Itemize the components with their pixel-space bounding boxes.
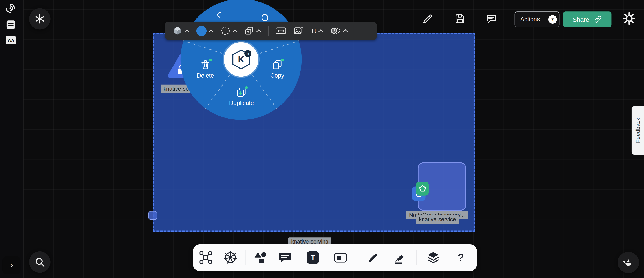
n-badge: n [244,50,252,57]
link-icon [594,15,602,23]
asterisk-icon [35,14,45,24]
share-label: Share [573,16,589,23]
divider [356,250,356,265]
chevron-right-icon: › [10,260,13,271]
text-size-button[interactable]: Tt [310,27,323,34]
app-root: knative-serving NodeGroupInventory... kn… [0,0,644,278]
color-picker-button[interactable] [196,26,214,36]
lamp-icon [622,256,634,269]
helm-wheel-icon [224,251,237,264]
layers-tool-button[interactable] [426,250,440,265]
copy-icon [272,59,283,70]
label-width-icon [276,27,286,34]
shapes-tool-button[interactable] [253,250,268,265]
save-icon [455,14,466,24]
radial-item-partial-left[interactable] [216,12,224,20]
comment-icon [486,14,497,24]
help-icon: ? [458,251,464,264]
feedback-label: Feedback [634,118,641,143]
radial-item-partial-right[interactable] [261,14,269,21]
radial-item-duplicate[interactable]: Duplicate [229,87,254,106]
app-sidebar: WA [0,0,23,278]
label-width-button[interactable] [276,27,286,34]
help-button[interactable]: ? [453,250,468,265]
highlighter-tool-button[interactable] [392,250,407,265]
diagram-tool-button[interactable] [198,250,213,265]
archive-icon [6,20,16,30]
radial-item-delete[interactable]: Delete [197,59,214,79]
magnifier-icon [34,257,45,268]
save-button[interactable] [453,12,467,26]
duplicate-icon [236,87,247,98]
highlighter-icon [393,251,407,264]
image-plus-icon [293,26,304,36]
status-dot [209,59,212,61]
pencil-icon [422,14,433,24]
lamp-button[interactable] [618,252,639,273]
chevron-up-icon [232,29,237,32]
frame-icon [334,251,347,264]
actions-button[interactable]: Actions ▾ [515,11,560,27]
radial-item-label: Copy [270,72,284,79]
chevron-up-icon [184,29,189,32]
swirl-logo-icon [5,3,16,14]
text-tool-icon: T [307,252,319,264]
trash-icon [200,59,211,70]
network-icon [199,251,213,264]
color-swatch [196,26,207,36]
k8s-letter: K [238,54,244,64]
chevron-up-icon [318,29,323,32]
text-tool-button[interactable]: T [306,250,320,265]
divider [246,250,246,265]
divider [416,250,417,265]
comment-icon [278,251,292,264]
node-style-button[interactable] [172,26,189,36]
expand-sidebar-button[interactable]: › [2,256,20,274]
zoom-button[interactable] [29,252,50,273]
text-size-label: Tt [310,27,316,34]
quick-styles-toolbar: Tt [165,22,377,40]
edit-button[interactable] [420,12,434,26]
main-menu-button[interactable] [29,8,50,29]
comment-tool-button[interactable] [278,250,292,265]
wa-badge[interactable]: WA [6,36,16,44]
copy-style-button[interactable] [244,26,261,36]
pen-icon [366,251,380,264]
chevron-up-icon [209,29,214,32]
chevron-up-icon [256,29,261,32]
tools-toolbar: T [193,244,477,271]
settings-button[interactable] [621,11,637,26]
layers-icon [426,251,440,264]
radial-item-label: Delete [197,72,214,79]
node-shape-icon [172,26,182,36]
opacity-circles-icon [330,27,341,34]
share-button[interactable]: Share [563,11,612,27]
shapes-icon [254,251,267,264]
kubernetes-node-badge[interactable]: K n [224,42,258,77]
dashed-circle-icon [220,26,230,36]
radial-item-label: Duplicate [229,100,254,106]
chevron-up-icon [343,29,348,32]
node-label-service: knative-service [416,215,459,224]
knative-pentagon-icon-green [416,182,429,195]
kubernetes-tool-button[interactable] [223,250,238,265]
actions-label: Actions [515,16,546,23]
actions-dropdown-toggle[interactable]: ▾ [546,12,559,26]
status-dot [281,59,284,61]
gear-icon [623,12,636,25]
caret-down-icon: ▾ [548,15,557,23]
frame-tool-button[interactable] [333,250,348,265]
comments-button[interactable] [484,12,498,26]
opacity-button[interactable] [330,27,348,34]
add-image-button[interactable] [293,26,304,36]
radial-item-copy[interactable]: Copy [270,59,284,79]
pen-tool-button[interactable] [366,250,381,265]
divider [268,26,268,36]
copy-plus-icon [244,26,254,36]
feedback-tab[interactable]: Feedback [632,106,644,154]
archive-button[interactable] [6,20,16,30]
status-dot [245,86,248,89]
selection-handle[interactable] [148,211,157,220]
radial-context-menu: Delete Copy [180,0,302,120]
connector-style-button[interactable] [220,26,238,36]
